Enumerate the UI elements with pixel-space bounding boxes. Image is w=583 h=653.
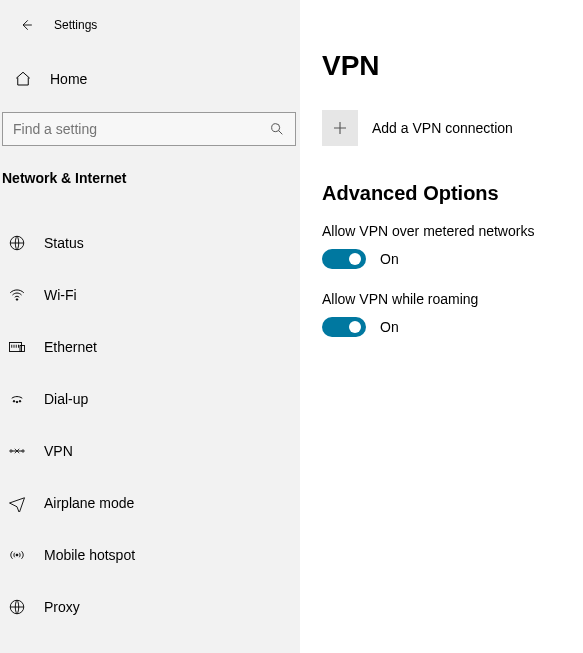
toggle-metered-label: Allow VPN over metered networks (322, 223, 583, 239)
settings-sidebar: Settings Home Network & Internet Status (0, 0, 300, 653)
plus-icon (322, 110, 358, 146)
back-icon[interactable] (18, 17, 34, 33)
search-input[interactable] (13, 121, 269, 137)
airplane-icon (8, 494, 26, 512)
nav-proxy[interactable]: Proxy (0, 586, 300, 628)
svg-rect-4 (20, 346, 25, 352)
home-icon (14, 70, 32, 88)
toggle-metered: Allow VPN over metered networks On (322, 223, 583, 269)
nav-hotspot-label: Mobile hotspot (44, 547, 135, 563)
toggle-metered-state: On (380, 251, 399, 267)
ethernet-icon (8, 338, 26, 356)
nav-wifi-label: Wi-Fi (44, 287, 77, 303)
toggle-roaming-switch[interactable] (322, 317, 366, 337)
svg-point-7 (19, 401, 21, 403)
search-box[interactable] (2, 112, 296, 146)
proxy-icon (8, 598, 26, 616)
nav-ethernet-label: Ethernet (44, 339, 97, 355)
vpn-icon (8, 442, 26, 460)
page-title: VPN (322, 50, 583, 82)
svg-point-5 (13, 401, 15, 403)
nav-airplane-label: Airplane mode (44, 495, 134, 511)
toggle-roaming: Allow VPN while roaming On (322, 291, 583, 337)
titlebar: Settings (0, 10, 300, 40)
nav-vpn[interactable]: VPN (0, 430, 300, 472)
toggle-roaming-state: On (380, 319, 399, 335)
svg-point-6 (16, 401, 18, 403)
nav-airplane[interactable]: Airplane mode (0, 482, 300, 524)
svg-point-10 (16, 554, 18, 556)
advanced-options-header: Advanced Options (322, 182, 583, 205)
toggle-metered-switch[interactable] (322, 249, 366, 269)
status-icon (8, 234, 26, 252)
section-header: Network & Internet (0, 164, 300, 196)
nav-dialup[interactable]: Dial-up (0, 378, 300, 420)
hotspot-icon (8, 546, 26, 564)
add-vpn-row[interactable]: Add a VPN connection (322, 110, 583, 146)
dialup-icon (8, 390, 26, 408)
nav-dialup-label: Dial-up (44, 391, 88, 407)
home-label: Home (50, 71, 87, 87)
svg-point-0 (272, 124, 280, 132)
add-vpn-label: Add a VPN connection (372, 120, 513, 136)
search-icon (269, 121, 285, 137)
window-title: Settings (54, 18, 97, 32)
nav-wifi[interactable]: Wi-Fi (0, 274, 300, 316)
home-nav[interactable]: Home (0, 60, 300, 98)
svg-point-8 (10, 450, 12, 452)
nav-ethernet[interactable]: Ethernet (0, 326, 300, 368)
main-content: VPN Add a VPN connection Advanced Option… (300, 0, 583, 653)
wifi-icon (8, 286, 26, 304)
nav-vpn-label: VPN (44, 443, 73, 459)
svg-point-9 (22, 450, 24, 452)
toggle-roaming-label: Allow VPN while roaming (322, 291, 583, 307)
nav-proxy-label: Proxy (44, 599, 80, 615)
nav-status-label: Status (44, 235, 84, 251)
svg-point-2 (16, 299, 18, 301)
nav-hotspot[interactable]: Mobile hotspot (0, 534, 300, 576)
nav-status[interactable]: Status (0, 222, 300, 264)
